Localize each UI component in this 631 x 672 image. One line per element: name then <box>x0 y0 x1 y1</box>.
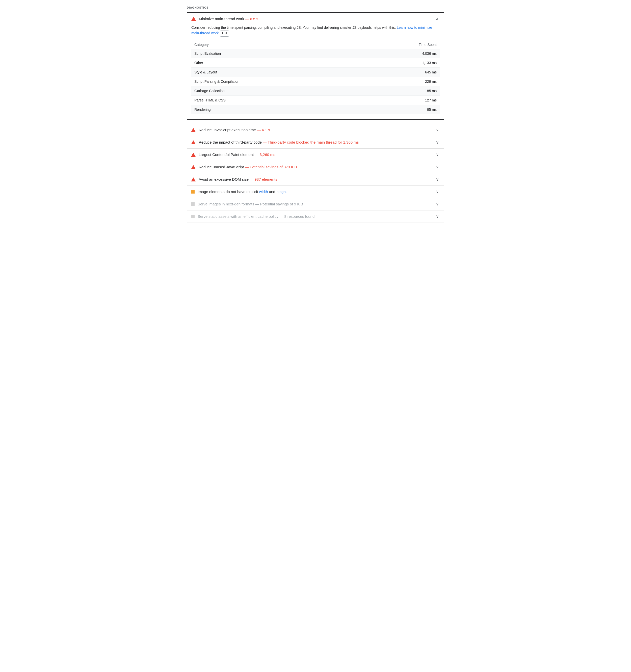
table-cell-time: 645 ms <box>360 67 440 77</box>
audit-header-next-gen-formats[interactable]: Serve images in next-gen formats — Poten… <box>187 198 444 210</box>
expand-chevron-icon[interactable]: ∨ <box>435 189 440 194</box>
table-cell-time: 4,036 ms <box>360 49 440 58</box>
expanded-audit-title: Minimize main-thread work — 6.5 s <box>199 17 433 21</box>
table-row: Garbage Collection185 ms <box>191 86 440 95</box>
info-icon-gray <box>191 215 194 218</box>
expand-chevron-icon[interactable]: ∨ <box>435 214 440 219</box>
tbt-badge: TBT <box>220 30 229 36</box>
audit-title-reduce-js-execution: Reduce JavaScript execution time — 4.1 s <box>198 128 433 132</box>
audit-header-third-party-code[interactable]: Reduce the impact of third-party code — … <box>187 136 444 148</box>
audit-item-unused-js: Reduce unused JavaScript — Potential sav… <box>187 161 444 173</box>
audit-header-unused-js[interactable]: Reduce unused JavaScript — Potential sav… <box>187 161 444 173</box>
audit-value-reduce-js-execution: — 4.1 s <box>256 128 270 132</box>
audit-title-unused-js: Reduce unused JavaScript — Potential sav… <box>198 165 433 169</box>
audit-item-lcp-element: Largest Contentful Paint element — 3,260… <box>187 148 444 161</box>
warning-icon-red <box>191 153 195 157</box>
warning-icon-red <box>191 140 195 144</box>
table-header-time: Time Spent <box>360 41 440 49</box>
audit-value-unused-js: — Potential savings of 373 KiB <box>244 165 297 169</box>
audit-title-next-gen-formats: Serve images in next-gen formats — Poten… <box>197 202 433 206</box>
audit-item-dom-size: Avoid an excessive DOM size — 987 elemen… <box>187 173 444 186</box>
table-cell-time: 185 ms <box>360 86 440 95</box>
warning-icon-red <box>191 128 195 132</box>
collapsed-audits-list: Reduce JavaScript execution time — 4.1 s… <box>187 124 444 223</box>
table-row: Parse HTML & CSS127 ms <box>191 95 440 105</box>
audit-value-next-gen-formats: — Potential savings of 9 KiB <box>254 202 303 206</box>
audit-value-third-party-code: — Third-party code blocked the main thre… <box>262 140 359 144</box>
table-cell-time: 229 ms <box>360 77 440 86</box>
expanded-audit-minimize-main-thread: Minimize main-thread work — 6.5 s ∧ Cons… <box>187 12 444 120</box>
expand-chevron-icon[interactable]: ∨ <box>435 152 440 157</box>
table-cell-time: 95 ms <box>360 105 440 114</box>
audit-title-dom-size: Avoid an excessive DOM size — 987 elemen… <box>198 177 433 182</box>
expand-chevron-icon[interactable]: ∨ <box>435 165 440 170</box>
audit-header-cache-policy[interactable]: Serve static assets with an efficient ca… <box>187 211 444 222</box>
audit-title-image-dimensions: Image elements do not have explicit widt… <box>197 190 433 194</box>
audit-header-image-dimensions[interactable]: Image elements do not have explicit widt… <box>187 186 444 198</box>
expand-chevron-icon[interactable]: ∨ <box>435 201 440 207</box>
table-cell-category: Garbage Collection <box>191 86 360 95</box>
audit-title-lcp-element: Largest Contentful Paint element — 3,260… <box>198 152 433 157</box>
table-row: Script Parsing & Compilation229 ms <box>191 77 440 86</box>
table-row: Script Evaluation4,036 ms <box>191 49 440 58</box>
table-row: Other1,133 ms <box>191 58 440 67</box>
audit-title-third-party-code: Reduce the impact of third-party code — … <box>198 140 433 144</box>
table-row: Rendering95 ms <box>191 105 440 114</box>
expanded-audit-description: Consider reducing the time spent parsing… <box>191 25 440 37</box>
warning-icon-red <box>191 165 195 169</box>
collapse-chevron-icon[interactable]: ∧ <box>435 16 440 21</box>
table-cell-category: Script Parsing & Compilation <box>191 77 360 86</box>
audit-value-dom-size: — 987 elements <box>249 177 277 182</box>
table-cell-category: Parse HTML & CSS <box>191 95 360 105</box>
audit-title-cache-policy: Serve static assets with an efficient ca… <box>197 214 433 218</box>
info-icon-gray <box>191 202 194 206</box>
audit-item-next-gen-formats: Serve images in next-gen formats — Poten… <box>187 198 444 210</box>
audit-item-third-party-code: Reduce the impact of third-party code — … <box>187 136 444 148</box>
warning-icon-square-orange <box>191 190 194 194</box>
audit-value-lcp-element: — 3,260 ms <box>254 152 275 157</box>
table-header-category: Category <box>191 41 360 49</box>
main-thread-table: Category Time Spent Script Evaluation4,0… <box>191 41 440 114</box>
table-row: Style & Layout645 ms <box>191 67 440 77</box>
diagnostics-section-label: DIAGNOSTICS <box>187 6 444 9</box>
expanded-audit-header[interactable]: Minimize main-thread work — 6.5 s ∧ <box>187 13 444 25</box>
warning-icon-red <box>191 17 196 21</box>
audit-header-dom-size[interactable]: Avoid an excessive DOM size — 987 elemen… <box>187 173 444 186</box>
expand-chevron-icon[interactable]: ∨ <box>435 127 440 133</box>
expand-chevron-icon[interactable]: ∨ <box>435 140 440 145</box>
table-cell-time: 127 ms <box>360 95 440 105</box>
audit-header-reduce-js-execution[interactable]: Reduce JavaScript execution time — 4.1 s… <box>187 124 444 136</box>
audit-header-lcp-element[interactable]: Largest Contentful Paint element — 3,260… <box>187 149 444 161</box>
expand-chevron-icon[interactable]: ∨ <box>435 177 440 182</box>
height-link[interactable]: height <box>276 190 287 194</box>
table-cell-category: Style & Layout <box>191 67 360 77</box>
warning-icon-red <box>191 177 195 182</box>
audit-item-cache-policy: Serve static assets with an efficient ca… <box>187 210 444 223</box>
table-cell-time: 1,133 ms <box>360 58 440 67</box>
table-cell-category: Rendering <box>191 105 360 114</box>
expanded-audit-body: Consider reducing the time spent parsing… <box>187 25 444 119</box>
table-cell-category: Other <box>191 58 360 67</box>
audit-value-cache-policy: — 8 resources found <box>278 214 314 218</box>
width-link[interactable]: width <box>259 190 268 194</box>
expanded-audit-value: — 6.5 s <box>245 17 258 21</box>
table-cell-category: Script Evaluation <box>191 49 360 58</box>
audit-item-reduce-js-execution: Reduce JavaScript execution time — 4.1 s… <box>187 124 444 136</box>
audit-item-image-dimensions: Image elements do not have explicit widt… <box>187 186 444 198</box>
